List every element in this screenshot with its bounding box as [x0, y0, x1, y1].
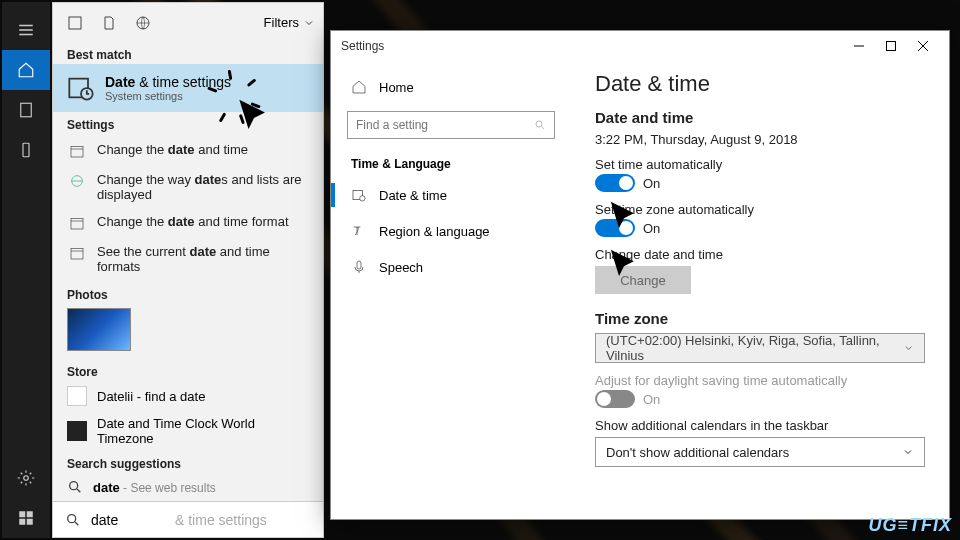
settings-gear-icon[interactable]	[2, 458, 50, 498]
svg-point-18	[536, 121, 542, 127]
calendar-icon	[67, 244, 87, 262]
result-date-lists-format[interactable]: Change the way dates and lists are displ…	[53, 166, 323, 208]
app-icon	[67, 386, 87, 406]
svg-point-15	[70, 482, 78, 490]
nav-home[interactable]: Home	[331, 69, 571, 105]
device-icon[interactable]	[2, 130, 50, 170]
app-icon	[67, 421, 87, 441]
chevron-down-icon	[303, 17, 315, 29]
search-box[interactable]: & time settings	[53, 501, 323, 537]
calendar-select[interactable]: Don't show additional calendars	[595, 437, 925, 467]
maximize-button[interactable]	[875, 31, 907, 61]
calendar-clock-icon	[67, 74, 95, 102]
nav-region-lang[interactable]: Region & language	[331, 213, 571, 249]
svg-rect-1	[23, 143, 29, 157]
svg-rect-0	[21, 103, 32, 117]
documents-scope-icon[interactable]	[95, 9, 123, 37]
settings-content: Date & time Date and time 3:22 PM, Thurs…	[571, 61, 949, 519]
dst-label: Adjust for daylight saving time automati…	[595, 373, 925, 388]
titlebar[interactable]: Settings	[331, 31, 949, 61]
result-change-date-time[interactable]: Change the date and time	[53, 136, 323, 166]
nav-group-label: Time & Language	[331, 151, 571, 177]
svg-rect-7	[69, 17, 81, 29]
auto-time-label: Set time automatically	[595, 157, 925, 172]
svg-point-2	[24, 476, 29, 481]
svg-rect-11	[71, 147, 83, 158]
watermark: UG≡TFIX	[869, 515, 953, 536]
best-match-title: Date & time settings	[105, 74, 231, 90]
nav-speech[interactable]: Speech	[331, 249, 571, 285]
svg-rect-14	[71, 249, 83, 260]
store-item-datelii[interactable]: Datelii - find a date	[53, 381, 323, 411]
svg-rect-17	[887, 42, 896, 51]
calendar-clock-icon	[351, 187, 367, 203]
svg-point-16	[68, 514, 76, 522]
svg-rect-21	[357, 261, 361, 269]
minimize-button[interactable]	[843, 31, 875, 61]
suggestions-section-label: Search suggestions	[53, 451, 323, 473]
search-icon	[67, 479, 83, 495]
timezone-select[interactable]: (UTC+02:00) Helsinki, Kyiv, Riga, Sofia,…	[595, 333, 925, 363]
close-button[interactable]	[907, 31, 939, 61]
svg-rect-13	[71, 219, 83, 230]
settings-section-label: Settings	[53, 112, 323, 134]
page-title: Date & time	[595, 71, 925, 97]
change-dt-label: Change date and time	[595, 247, 925, 262]
auto-tz-label: Set time zone automatically	[595, 202, 925, 217]
calendar-icon	[67, 142, 87, 160]
result-date-time-format[interactable]: Change the date and time format	[53, 208, 323, 238]
nav-date-time[interactable]: Date & time	[331, 177, 571, 213]
settings-nav: Home Find a setting Time & Language Date…	[331, 61, 571, 519]
calendar-icon	[67, 214, 87, 232]
find-setting-input[interactable]: Find a setting	[347, 111, 555, 139]
toggle-state: On	[643, 176, 660, 191]
svg-rect-6	[27, 519, 33, 525]
web-scope-icon[interactable]	[129, 9, 157, 37]
best-match-result[interactable]: Date & time settings System settings	[53, 64, 323, 112]
svg-rect-3	[19, 511, 25, 517]
store-section-label: Store	[53, 359, 323, 381]
chevron-down-icon	[902, 446, 914, 458]
search-ghost-text: & time settings	[175, 512, 267, 528]
notebook-icon[interactable]	[2, 90, 50, 130]
menu-icon[interactable]	[2, 10, 50, 50]
language-icon	[351, 223, 367, 239]
best-match-label: Best match	[53, 42, 323, 64]
cal-label: Show additional calendars in the taskbar	[595, 418, 925, 433]
auto-tz-toggle[interactable]	[595, 219, 635, 237]
search-scope-bar: Filters	[53, 3, 323, 42]
web-suggestion[interactable]: date - See web results	[53, 473, 323, 501]
svg-rect-4	[27, 511, 33, 517]
dst-toggle	[595, 390, 635, 408]
auto-time-toggle[interactable]	[595, 174, 635, 192]
microphone-icon	[351, 259, 367, 275]
cortana-rail	[2, 2, 50, 538]
toggle-state: On	[643, 221, 660, 236]
current-datetime: 3:22 PM, Thursday, August 9, 2018	[595, 132, 925, 147]
best-match-subtitle: System settings	[105, 90, 231, 102]
change-button: Change	[595, 266, 691, 294]
start-icon[interactable]	[2, 498, 50, 538]
store-item-world-clock[interactable]: Date and Time Clock World Timezone	[53, 411, 323, 451]
section-heading: Date and time	[595, 109, 925, 126]
home-icon[interactable]	[2, 50, 50, 90]
tz-heading: Time zone	[595, 310, 925, 327]
svg-rect-5	[19, 519, 25, 525]
window-title: Settings	[341, 39, 384, 53]
photos-section-label: Photos	[53, 282, 323, 304]
svg-point-20	[360, 196, 365, 201]
search-icon	[534, 119, 546, 131]
search-panel: Filters Best match Date & time settings …	[52, 2, 324, 538]
search-icon	[65, 512, 81, 528]
toggle-state: On	[643, 392, 660, 407]
apps-scope-icon[interactable]	[61, 9, 89, 37]
settings-results: Change the date and time Change the way …	[53, 134, 323, 282]
result-see-current-formats[interactable]: See the current date and time formats	[53, 238, 323, 280]
settings-window: Settings Home Find a setting Time & Lang…	[330, 30, 950, 520]
home-icon	[351, 79, 367, 95]
globe-icon	[67, 172, 87, 190]
filters-label: Filters	[264, 15, 299, 30]
chevron-down-icon	[903, 342, 914, 354]
photo-thumbnail[interactable]	[67, 308, 131, 351]
filters-dropdown[interactable]: Filters	[264, 15, 315, 30]
